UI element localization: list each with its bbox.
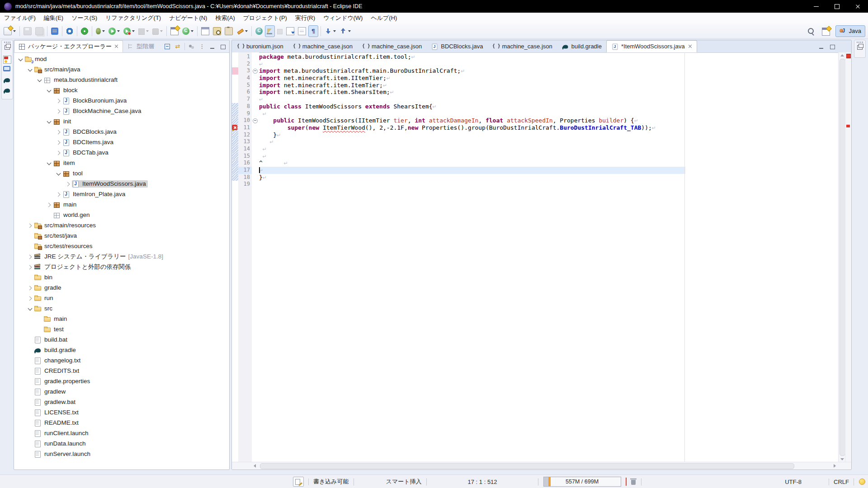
code-line-1[interactable]: 1package meta.burodustinrialcraft.item.t… (232, 53, 839, 61)
code-line-10[interactable]: 10 public ItemWoodScissors(IItemTier tie… (232, 117, 839, 124)
scroll-left-icon[interactable] (254, 464, 256, 468)
code-text[interactable]: ↵ (259, 145, 839, 153)
tree-item-world-gen[interactable]: world.gen (14, 210, 229, 220)
tab-type-hierarchy[interactable]: 型階層 (123, 40, 158, 52)
fold-collapse-icon[interactable] (253, 69, 258, 74)
code-line-8[interactable]: 8public class ItemWoodScissors extends S… (232, 103, 839, 110)
menu-item-navigate[interactable]: ナビゲート(N) (165, 13, 211, 23)
rail-drag-handle[interactable] (4, 42, 10, 43)
chevron-down-icon[interactable] (45, 160, 53, 167)
code-line-7[interactable]: 7↵ (232, 96, 839, 103)
code-line-9[interactable]: 9 ↵ (232, 110, 839, 117)
tree-item-gradlew[interactable]: gradlew (14, 386, 229, 397)
tree-item-src-test-resources[interactable]: src/test/resources (14, 241, 229, 251)
tree-item-bdctab-java[interactable]: JBDCTab.java (14, 147, 229, 158)
last-edit-location-button[interactable] (297, 25, 307, 37)
code-text[interactable]: public ItemWoodScissors(IItemTier tier, … (259, 117, 839, 124)
tree-item-mod[interactable]: Jmod (14, 54, 229, 64)
highlight-marker-button[interactable] (235, 25, 249, 37)
chevron-right-icon[interactable] (55, 191, 62, 198)
tree-item-build-bat[interactable]: build.bat (14, 334, 229, 345)
maximize-view-button[interactable] (219, 43, 226, 50)
tab-package-explorer[interactable]: パッケージ・エクスプローラー (14, 40, 123, 52)
code-text[interactable]: }↵ (259, 174, 839, 181)
link-small-button[interactable] (276, 25, 284, 37)
tree-item-src-test-java[interactable]: src/test/java (14, 230, 229, 241)
chevron-down-icon[interactable] (45, 118, 53, 125)
tree-item-src-main-java[interactable]: src/main/java (14, 64, 229, 75)
code-text[interactable]: import net.minecraft.item.ShearsItem;↵ (259, 89, 839, 96)
chevron-down-icon[interactable] (55, 170, 62, 177)
code-line-15[interactable]: 15 ↵ (232, 153, 839, 160)
code-line-14[interactable]: 14 ↵ (232, 145, 839, 153)
code-line-19[interactable]: 19 (232, 181, 839, 188)
notification-bulb-icon[interactable] (859, 479, 865, 485)
dropdown-arrow-icon[interactable] (333, 30, 336, 33)
new-button[interactable] (2, 25, 17, 37)
search-icon[interactable] (807, 28, 815, 35)
view-close-icon[interactable] (114, 44, 118, 48)
menu-item-file[interactable]: ファイル(F) (0, 13, 40, 23)
scroll-down-icon[interactable] (840, 458, 844, 460)
chevron-down-icon[interactable] (26, 305, 34, 312)
tree-item-build-gradle[interactable]: build.gradle (14, 345, 229, 355)
maximize-editor-button[interactable] (829, 43, 836, 50)
code-line-12[interactable]: 12 }↵ (232, 131, 839, 139)
menu-item-help[interactable]: ヘルプ(H) (367, 13, 401, 23)
chevron-right-icon[interactable] (26, 295, 34, 302)
dropdown-arrow-icon[interactable] (146, 30, 149, 33)
dropdown-arrow-icon[interactable] (13, 30, 16, 33)
chevron-right-icon[interactable] (26, 284, 34, 291)
error-overview-marker[interactable] (846, 125, 850, 127)
horizontal-scroll-thumb[interactable] (260, 463, 794, 469)
menu-item-search[interactable]: 検索(A) (211, 13, 239, 23)
tree-item-itemwoodscissors-java[interactable]: JItemWoodScissors.java (14, 178, 229, 189)
open-type-button[interactable] (200, 25, 211, 37)
tree-item-main[interactable]: main (14, 199, 229, 210)
code-text[interactable]: import net.minecraft.item.IItemTier;↵ (259, 75, 839, 82)
tree-item-tool[interactable]: tool (14, 168, 229, 178)
horizontal-scrollbar[interactable] (232, 462, 851, 469)
tree-item-license-txt[interactable]: LICENSE.txt (14, 407, 229, 418)
chevron-right-icon[interactable] (55, 97, 62, 104)
error-marker-icon[interactable] (232, 125, 237, 130)
tree-item-credits-txt[interactable]: CREDITS.txt (14, 366, 229, 376)
tree-item-bin[interactable]: bin (14, 272, 229, 282)
java-perspective-button[interactable]: Java (835, 25, 865, 37)
chevron-right-icon[interactable] (26, 263, 34, 271)
dropdown-arrow-icon[interactable] (160, 30, 163, 33)
launch-green-button[interactable] (80, 25, 90, 37)
menu-item-project[interactable]: プロジェクト(P) (239, 13, 291, 23)
chevron-right-icon[interactable] (45, 201, 53, 208)
editor-tab-machine-case-json[interactable]: machine_case.json (487, 40, 557, 52)
scroll-right-icon[interactable] (834, 464, 836, 468)
editor-tab-machine-case-json[interactable]: machine_case.json (357, 40, 426, 52)
code-line-13[interactable]: 13 ↵ (232, 138, 839, 145)
run-garbage-collector-button[interactable] (630, 478, 637, 485)
previous-annotation-button[interactable] (338, 25, 352, 37)
scroll-up-icon[interactable] (840, 54, 844, 56)
rail-drag-handle[interactable] (857, 42, 863, 43)
tree-item-blockburonium-java[interactable]: JBlockBuronium.java (14, 95, 229, 106)
tree-item-gradlew-bat[interactable]: gradlew.bat (14, 397, 229, 407)
fold-collapse-icon[interactable] (253, 118, 258, 123)
chevron-down-icon[interactable] (26, 66, 34, 73)
open-perspective-button[interactable] (821, 26, 831, 36)
open-console-button[interactable] (50, 25, 60, 37)
code-text[interactable]: package meta.burodustinrialcraft.item.to… (259, 53, 839, 61)
code-text[interactable]: ↵ (259, 110, 839, 117)
code-text[interactable]: ↵ (259, 138, 839, 145)
menu-item-run[interactable]: 実行(R) (291, 13, 319, 23)
chevron-right-icon[interactable] (55, 149, 62, 156)
new-java-class-button[interactable] (181, 25, 195, 37)
tree-item-runclient-launch[interactable]: runClient.launch (14, 428, 229, 438)
editor-tab-bdcblocks-java[interactable]: JBDCBlocks.java (426, 40, 487, 52)
editor-tab-machine-case-json[interactable]: machine_case.json (288, 40, 357, 52)
console-view-button[interactable] (3, 66, 11, 74)
search-doc-button[interactable] (212, 25, 222, 37)
restore-pane-button[interactable] (3, 45, 11, 53)
code-text[interactable]: super(new ItemTierWood(), 2,-2.1F,new Pr… (259, 124, 839, 131)
gradle-tasks-view-button[interactable] (3, 76, 11, 84)
code-editor[interactable]: 1package meta.burodustinrialcraft.item.t… (232, 52, 851, 462)
tree-item-item[interactable]: プロジェクトと外部の依存関係 (14, 262, 229, 272)
